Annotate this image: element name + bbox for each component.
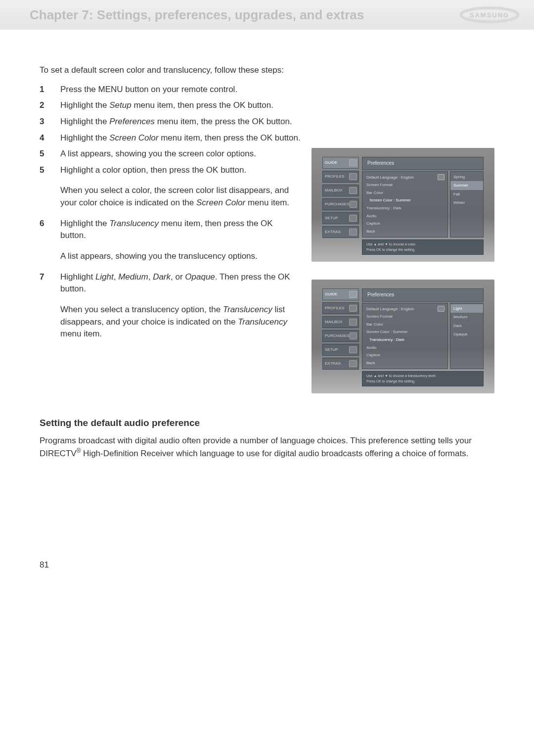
tv-icon <box>438 174 445 180</box>
tv1-menu-tr: Translucency : Dark <box>366 205 444 211</box>
mailbox-icon <box>349 187 357 194</box>
tv1-sidebar-mailbox-label: MAILBOX <box>325 188 343 193</box>
tv2-menu-tr: Translucency : Dark <box>366 337 444 343</box>
step-2-italic: Setup <box>109 100 131 110</box>
step-3: Highlight the Preferences menu item, the… <box>40 116 494 128</box>
tv1-sidebar-profiles-label: PROFILES <box>325 174 345 180</box>
tv2-hint1: Use ▲ and ▼ to choose a translucency lev… <box>366 374 479 378</box>
page: Chapter 7: Settings, preferences, upgrad… <box>0 0 534 591</box>
step-1-text: Press the MENU button on your remote con… <box>60 84 494 96</box>
tv2-panel-body: Default Language : English Screen Format… <box>362 303 484 370</box>
tv1-sidebar: GUIDE PROFILES MAILBOX PURCHASES SETUP E… <box>322 157 359 250</box>
tv1-opt-spring: Spring <box>450 173 483 182</box>
tv1-sidebar-extras: EXTRAS <box>322 226 359 238</box>
page-content: To set a default screen color and transl… <box>0 30 534 591</box>
tv2-sidebar-setup: SETUP <box>322 344 359 356</box>
page-header: Chapter 7: Settings, preferences, upgrad… <box>0 0 534 30</box>
extras-icon <box>349 360 357 367</box>
page-number: 81 <box>40 559 494 571</box>
step-5-p: When you select a color, the screen colo… <box>60 185 300 209</box>
guide-icon <box>349 291 357 298</box>
profiles-icon <box>349 173 357 180</box>
step-6-p: A list appears, showing you the transluc… <box>60 250 300 263</box>
chapter-title: Chapter 7: Settings, preferences, upgrad… <box>30 7 460 23</box>
tv-screenshot-translucency: GUIDE PROFILES MAILBOX PURCHASES SETUP E… <box>312 280 494 393</box>
tv-screenshot-screen-color: GUIDE PROFILES MAILBOX PURCHASES SETUP E… <box>312 148 494 262</box>
left-column: A list appears, showing you the screen c… <box>40 148 300 349</box>
right-column: GUIDE PROFILES MAILBOX PURCHASES SETUP E… <box>312 148 494 393</box>
step-7-i1: Light <box>95 272 114 282</box>
tv1-sidebar-guide-label: GUIDE <box>325 160 337 166</box>
tv2-menu-au: Audio <box>366 345 444 351</box>
tv2-sidebar-extras-label: EXTRAS <box>325 361 341 367</box>
guide-icon <box>349 159 357 166</box>
intro-text: To set a default screen color and transl… <box>40 64 494 77</box>
section-body-audio: Programs broadcast with digital audio of… <box>40 435 494 460</box>
tv-icon <box>438 306 445 312</box>
step-4: Highlight the Screen Color menu item, th… <box>40 132 494 144</box>
tv1-sidebar-guide: GUIDE <box>322 157 359 169</box>
tv2-menu-cap: Caption <box>366 352 444 358</box>
brand-logo: SAMSUNG <box>460 4 519 25</box>
tv2-sidebar-guide: GUIDE <box>322 288 359 300</box>
tv2-menu-sf: Screen Format <box>366 314 444 320</box>
step-4-text: Highlight the Screen Color menu item, th… <box>60 132 494 144</box>
step-4-post: menu item, then press the OK button. <box>158 133 300 142</box>
tv2-menu-bc: Bar Color <box>366 322 444 328</box>
step-1: Press the MENU button on your remote con… <box>40 84 494 96</box>
steps-list: Press the MENU button on your remote con… <box>40 84 494 144</box>
tv2-submenu: Light Medium Dark Opaque <box>450 303 484 370</box>
tv2-sidebar-mailbox: MAILBOX <box>322 316 359 328</box>
tv2-sidebar-purchases: PURCHASES <box>322 330 359 342</box>
step-7-p-i2: Translucency <box>238 317 287 327</box>
step-7-p: When you select a translucency option, t… <box>60 304 300 340</box>
step-4-continuation: A list appears, showing you the screen c… <box>40 148 300 160</box>
step-7-p-i: Translucency <box>223 305 272 314</box>
step-2: Highlight the Setup menu item, then pres… <box>40 99 494 112</box>
step-7-text: Highlight Light, Medium, Dark, or Opaque… <box>60 271 300 295</box>
tv2-menu-sc: Screen Color : Summer <box>366 329 444 335</box>
tv1-sidebar-profiles: PROFILES <box>322 171 359 183</box>
tv1-hint1: Use ▲ and ▼ to choose a color. <box>366 242 479 247</box>
tv1-menu-back: Back <box>366 229 444 235</box>
tv2-sidebar-setup-label: SETUP <box>325 347 338 353</box>
step-5: Highlight a color option, then press the… <box>40 164 300 209</box>
tv1-sidebar-mailbox: MAILBOX <box>322 185 359 196</box>
tv2-menu-back: Back <box>366 360 444 366</box>
tv2-sidebar-extras: EXTRAS <box>322 358 359 370</box>
tv2-inner: GUIDE PROFILES MAILBOX PURCHASES SETUP E… <box>322 288 484 381</box>
section-body-b: High-Definition Receiver which language … <box>81 449 468 458</box>
extras-icon <box>349 229 357 236</box>
step-7-i3: Dark <box>153 272 171 282</box>
tv2-opt-medium: Medium <box>450 313 483 322</box>
tv1-menu: Default Language : English Screen Format… <box>362 171 448 238</box>
purchases-icon <box>350 201 357 208</box>
tv1-panel-title: Preferences <box>362 157 484 170</box>
two-column-region: A list appears, showing you the screen c… <box>40 148 494 393</box>
tv1-sidebar-purchases: PURCHASES <box>322 198 359 210</box>
tv2-sidebar-profiles-label: PROFILES <box>325 305 345 311</box>
tv1-opt-fall: Fall <box>450 190 483 199</box>
setup-icon <box>349 215 357 222</box>
tv2-opt-opaque: Opaque <box>450 330 483 339</box>
step-2-pre: Highlight the <box>60 100 109 110</box>
profiles-icon <box>349 305 357 312</box>
tv2-hint: Use ▲ and ▼ to choose a translucency lev… <box>362 371 484 386</box>
step-4-pre: Highlight the <box>60 133 109 142</box>
step-2-text: Highlight the Setup menu item, then pres… <box>60 99 494 112</box>
step-6-pre: Highlight the <box>60 219 109 228</box>
tv1-hint2: Press OK to change the setting. <box>366 247 479 252</box>
step-5-text: Highlight a color option, then press the… <box>60 164 300 177</box>
step-3-pre: Highlight the <box>60 117 109 126</box>
tv2-hint2: Press OK to change the setting. <box>366 379 479 384</box>
tv1-sidebar-setup: SETUP <box>322 212 359 224</box>
tv2-menu-lang: Default Language : English <box>366 306 444 312</box>
tv2-main: Preferences Default Language : English S… <box>362 288 484 381</box>
tv1-opt-winter: Winter <box>450 198 483 207</box>
tv2-opt-dark: Dark <box>450 322 483 331</box>
tv1-menu-sf: Screen Format <box>366 182 444 188</box>
tv2-sidebar-guide-label: GUIDE <box>325 291 337 297</box>
tv2-sidebar: GUIDE PROFILES MAILBOX PURCHASES SETUP E… <box>322 288 359 381</box>
tv2-panel-title: Preferences <box>362 288 484 302</box>
setup-icon <box>349 346 357 353</box>
